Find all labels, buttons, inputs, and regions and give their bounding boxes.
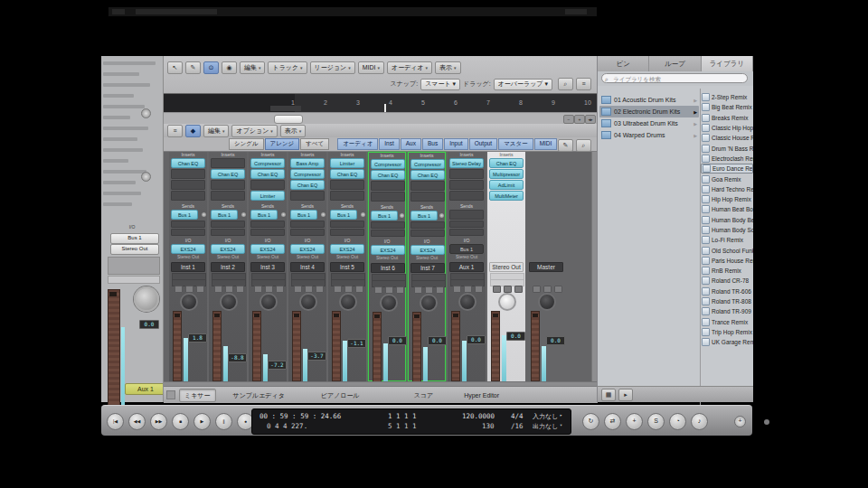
insert-slot[interactable]: Bass Amp	[290, 158, 325, 168]
transport-lcd[interactable]: 00 : 59 : 59 : 24.66 0 4 4 227. 1 1 1 1 …	[251, 408, 571, 435]
volume-value[interactable]: 0.0	[546, 336, 565, 345]
patch-row[interactable]: Trance Remix	[701, 317, 753, 327]
insert-slot-empty[interactable]	[449, 180, 484, 190]
tiny-button[interactable]	[396, 286, 404, 294]
patch-row[interactable]: Electroclash Remix	[701, 154, 753, 164]
tiny-button[interactable]	[504, 286, 512, 293]
insert-slot[interactable]: Limiter	[250, 191, 285, 201]
patch-row[interactable]: Human Body Sounds	[701, 225, 753, 235]
patch-row[interactable]: Lo-Fi Remix	[701, 235, 753, 245]
send-slot-empty[interactable]	[171, 229, 205, 236]
instrument-slot[interactable]: EXS24	[410, 245, 445, 255]
inspector-output-slot[interactable]: Stereo Out	[110, 244, 159, 255]
send-slot-empty[interactable]	[371, 230, 405, 237]
insert-slot-empty[interactable]	[371, 181, 405, 191]
output-slot[interactable]: Stereo Out	[249, 254, 287, 261]
insert-slot[interactable]: Chan EQ	[171, 158, 205, 168]
mixer-filter-Bus[interactable]: Bus	[422, 138, 443, 150]
snap-dropdown[interactable]: スマート ▾	[420, 79, 460, 90]
insert-slot-empty[interactable]	[211, 158, 245, 168]
insert-slot[interactable]: Chan EQ	[371, 170, 405, 180]
patch-row[interactable]: UK Garage Remix	[701, 337, 753, 347]
tiny-button[interactable]	[464, 286, 472, 293]
instrument-slot[interactable]: EXS24	[211, 244, 245, 254]
pan-knob[interactable]	[339, 293, 357, 311]
insert-slot-empty[interactable]	[410, 192, 445, 202]
pencil-icon[interactable]: ✎	[185, 61, 201, 74]
output-slot[interactable]: Stereo Out	[169, 254, 207, 261]
tab-ミキサー[interactable]: ミキサー	[179, 389, 216, 402]
track-name[interactable]: Inst 5	[330, 262, 364, 272]
autopunch-button[interactable]: ⇄	[604, 413, 621, 430]
arrange-menu-表示[interactable]: 表示 ▾	[435, 61, 460, 74]
media-tab-ビン[interactable]: ビン	[598, 56, 649, 71]
send-knob[interactable]	[321, 212, 326, 217]
mixer-tool-icon[interactable]: ⌕	[576, 139, 591, 152]
tiny-button[interactable]	[344, 286, 353, 293]
send-slot[interactable]: Bus 1	[371, 211, 398, 221]
patch-row[interactable]: Paris House Remix	[701, 256, 753, 266]
tiny-button[interactable]	[533, 286, 541, 293]
track-name[interactable]: Inst 4	[290, 262, 325, 272]
search-input[interactable]: ⌕ ライブラリを検索	[601, 73, 748, 83]
mixer-view-すべて[interactable]: すべて	[300, 138, 329, 150]
output-slot[interactable]: Stereo Out	[209, 254, 247, 261]
pan-knob[interactable]	[180, 293, 198, 311]
insert-slot-empty[interactable]	[330, 191, 364, 201]
track-name[interactable]: Inst 2	[211, 262, 245, 272]
pan-knob[interactable]	[498, 293, 516, 311]
insert-slot-empty[interactable]	[171, 191, 205, 201]
send-slot[interactable]: Bus 1	[211, 210, 238, 220]
patch-row[interactable]: Old School Funk Remix	[701, 245, 753, 255]
volume-value[interactable]: -8.8	[228, 353, 247, 362]
sync-button[interactable]: ◔	[669, 413, 686, 430]
insert-slot[interactable]: Chan EQ	[410, 170, 445, 180]
tiny-button[interactable]	[425, 286, 433, 294]
volume-value[interactable]: 1.8	[188, 333, 207, 343]
fader-slot[interactable]	[373, 312, 382, 382]
tiny-button[interactable]	[214, 286, 222, 293]
send-slot-empty[interactable]	[171, 221, 205, 228]
patch-row[interactable]: Big Beat Remix	[701, 102, 753, 112]
fader-slot[interactable]	[212, 311, 222, 381]
tiny-button[interactable]	[196, 286, 204, 293]
send-knob[interactable]	[202, 212, 206, 217]
track-name[interactable]: Inst 6	[371, 263, 405, 273]
volume-value[interactable]: 0.0	[428, 336, 447, 345]
fader-slot[interactable]	[292, 311, 301, 381]
tiny-button[interactable]	[236, 286, 244, 293]
tab-サンプルエディタ[interactable]: サンプルエディタ	[229, 389, 289, 401]
track-name[interactable]: Aux 1	[449, 262, 484, 272]
toolbar-icon[interactable]: ⌕	[558, 78, 573, 90]
fader-slot[interactable]	[332, 311, 341, 381]
footer-icon[interactable]: ▦	[601, 389, 616, 401]
insert-slot[interactable]: Chan EQ	[330, 169, 364, 179]
fader-slot[interactable]	[531, 311, 540, 381]
mixer-menu-オプション[interactable]: オプション ▾	[231, 125, 277, 137]
send-knob[interactable]	[439, 213, 444, 218]
tiny-button[interactable]	[385, 286, 393, 294]
mixer-view-シングル[interactable]: シングル	[229, 138, 264, 150]
send-slot-empty[interactable]	[410, 230, 445, 237]
insert-slot-empty[interactable]	[449, 169, 484, 179]
category-row[interactable]: 03 Ultrabeat Drum Kits▶	[599, 117, 699, 129]
tiny-button[interactable]	[185, 286, 193, 293]
send-slot-empty[interactable]	[449, 210, 484, 220]
tiny-button[interactable]	[254, 286, 262, 293]
pan-knob[interactable]	[259, 293, 278, 311]
mixer-tool-icon[interactable]: ✎	[558, 139, 573, 152]
tiny-button[interactable]	[514, 286, 523, 293]
pointer-icon[interactable]: ↖	[167, 61, 183, 74]
insert-slot-empty[interactable]	[171, 169, 205, 179]
send-slot[interactable]: Bus 1	[290, 210, 317, 220]
tiny-button[interactable]	[334, 286, 342, 293]
send-knob[interactable]	[361, 212, 365, 217]
arrange-menu-オーディオ[interactable]: オーディオ ▾	[387, 61, 432, 74]
arrange-menu-トラック[interactable]: トラック ▾	[268, 61, 307, 74]
insert-slot[interactable]: Limiter	[330, 158, 364, 168]
output-slot[interactable]: Stereo Out	[288, 254, 326, 261]
tiny-button[interactable]	[436, 286, 444, 294]
send-slot-empty[interactable]	[330, 221, 364, 228]
midi-icon[interactable]: ◉	[222, 61, 237, 74]
volume-value[interactable]: 0.0	[506, 332, 525, 341]
